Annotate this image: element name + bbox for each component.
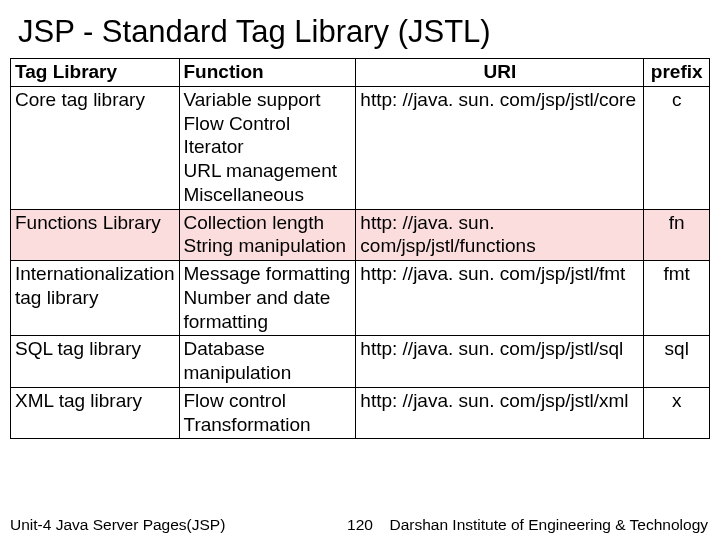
slide: JSP - Standard Tag Library (JSTL) Tag Li…: [0, 0, 720, 540]
cell-prefix: sql: [644, 336, 710, 388]
table-header-row: Tag Library Function URI prefix: [11, 59, 710, 87]
cell-uri: http: //java. sun. com/jsp/jstl/xml: [356, 387, 644, 439]
jstl-table: Tag Library Function URI prefix Core tag…: [10, 58, 710, 439]
cell-uri: http: //java. sun. com/jsp/jstl/function…: [356, 209, 644, 261]
cell-lib: Functions Library: [11, 209, 180, 261]
cell-func: Variable support Flow Control Iterator U…: [179, 86, 356, 209]
page-title: JSP - Standard Tag Library (JSTL): [0, 0, 720, 58]
cell-prefix: x: [644, 387, 710, 439]
cell-func: Message formatting Number and date forma…: [179, 261, 356, 336]
cell-prefix: fn: [644, 209, 710, 261]
cell-lib: Internationalization tag library: [11, 261, 180, 336]
col-prefix: prefix: [644, 59, 710, 87]
cell-lib: XML tag library: [11, 387, 180, 439]
cell-func: Database manipulation: [179, 336, 356, 388]
cell-uri: http: //java. sun. com/jsp/jstl/sql: [356, 336, 644, 388]
footer-right: Darshan Institute of Engineering & Techn…: [389, 516, 708, 534]
cell-func: Collection length String manipulation: [179, 209, 356, 261]
table-row: Core tag library Variable support Flow C…: [11, 86, 710, 209]
table-row: Functions Library Collection length Stri…: [11, 209, 710, 261]
footer-left: Unit-4 Java Server Pages(JSP): [10, 516, 225, 534]
cell-lib: SQL tag library: [11, 336, 180, 388]
col-lib: Tag Library: [11, 59, 180, 87]
footer-page: 120: [347, 516, 373, 534]
cell-uri: http: //java. sun. com/jsp/jstl/core: [356, 86, 644, 209]
table-row: Internationalization tag library Message…: [11, 261, 710, 336]
table-row: SQL tag library Database manipulation ht…: [11, 336, 710, 388]
cell-lib: Core tag library: [11, 86, 180, 209]
cell-uri: http: //java. sun. com/jsp/jstl/fmt: [356, 261, 644, 336]
cell-func: Flow control Transformation: [179, 387, 356, 439]
col-func: Function: [179, 59, 356, 87]
table-row: XML tag library Flow control Transformat…: [11, 387, 710, 439]
cell-prefix: fmt: [644, 261, 710, 336]
cell-prefix: c: [644, 86, 710, 209]
col-uri: URI: [356, 59, 644, 87]
